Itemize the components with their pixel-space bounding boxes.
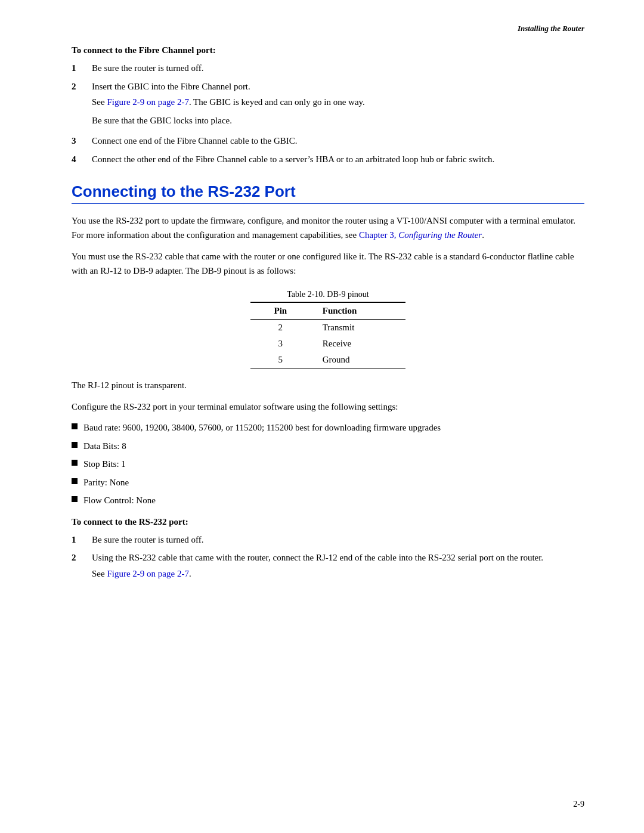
table-header-row: Pin Function xyxy=(250,302,405,320)
rs232-paragraph2: You must use the RS-232 cable that came … xyxy=(72,249,584,278)
bullet-icon xyxy=(72,460,78,466)
step-number: 2 xyxy=(72,551,89,565)
bullet-item-baud: Baud rate: 9600, 19200, 38400, 57600, or… xyxy=(72,421,584,435)
pin-number: 5 xyxy=(250,352,311,368)
step-text: Be sure the router is turned off. xyxy=(92,533,584,547)
step-number: 3 xyxy=(72,134,89,148)
step-text: Connect one end of the Fibre Channel cab… xyxy=(92,134,584,148)
fibre-step-1: 1 Be sure the router is turned off. xyxy=(72,61,584,75)
col-header-function: Function xyxy=(311,302,405,320)
pin-function: Ground xyxy=(311,352,405,368)
gbic-lock-text: Be sure that the GBIC locks into place. xyxy=(92,116,232,125)
step-text: Be sure the router is turned off. xyxy=(92,61,584,75)
text-before-link: See xyxy=(92,97,107,107)
step-number: 4 xyxy=(72,153,89,166)
rs232-section: Connecting to the RS-232 Port You use th… xyxy=(72,182,584,583)
bullet-text: Flow Control: None xyxy=(83,494,584,507)
fibre-step-2: 2 Insert the GBIC into the Fibre Channel… xyxy=(72,80,584,130)
bullet-text: Stop Bits: 1 xyxy=(83,457,584,471)
fibre-step-4: 4 Connect the other end of the Fibre Cha… xyxy=(72,153,584,166)
fibre-step-3: 3 Connect one end of the Fibre Channel c… xyxy=(72,134,584,148)
bullet-text: Data Bits: 8 xyxy=(83,439,584,453)
fibre-section: To connect to the Fibre Channel port: 1 … xyxy=(72,45,584,166)
step-number: 1 xyxy=(72,61,89,75)
para1-before-link: You use the RS-232 port to update the fi… xyxy=(72,216,575,240)
text-after-link: . The GBIC is keyed and can only go in o… xyxy=(189,97,365,107)
step-number: 1 xyxy=(72,533,89,547)
table-caption: Table 2-10. DB-9 pinout xyxy=(72,290,584,299)
bullet-text: Baud rate: 9600, 19200, 38400, 57600, or… xyxy=(83,421,584,435)
db9-table: Pin Function 2 Transmit 3 Receive 5 xyxy=(250,302,405,368)
step-text: Insert the GBIC into the Fibre Channel p… xyxy=(92,80,250,94)
configure-intro: Configure the RS-232 port in your termin… xyxy=(72,400,584,414)
para1-link-text: Chapter 3, xyxy=(359,230,398,240)
para1-link-italic: Configuring the Router xyxy=(398,230,482,240)
step-text: Connect the other end of the Fibre Chann… xyxy=(92,153,584,166)
bullet-item-stopbits: Stop Bits: 1 xyxy=(72,457,584,471)
figure-link-2[interactable]: Figure 2-9 on page 2-7 xyxy=(107,569,188,578)
chapter-header: Installing the Router xyxy=(518,24,584,33)
bullet-item-parity: Parity: None xyxy=(72,476,584,490)
step-indent-see: See Figure 2-9 on page 2-7. xyxy=(92,567,191,581)
table-row: 5 Ground xyxy=(250,352,405,368)
fibre-steps-list: 1 Be sure the router is turned off. 2 In… xyxy=(72,61,584,166)
rj12-note: The RJ-12 pinout is transparent. xyxy=(72,378,584,392)
step-text: Using the RS-232 cable that came with th… xyxy=(92,551,543,565)
pin-function: Transmit xyxy=(311,320,405,336)
settings-bullet-list: Baud rate: 9600, 19200, 38400, 57600, or… xyxy=(72,421,584,507)
see-text: See xyxy=(92,569,107,578)
fibre-heading: To connect to the Fibre Channel port: xyxy=(72,45,584,55)
period: . xyxy=(189,569,191,578)
page-container: Installing the Router To connect to the … xyxy=(0,0,644,833)
figure-link-1[interactable]: Figure 2-9 on page 2-7 xyxy=(107,97,188,107)
chapter3-link[interactable]: Chapter 3, Configuring the Router xyxy=(359,230,482,240)
table-row: 2 Transmit xyxy=(250,320,405,336)
connect-rs232-heading: To connect to the RS-232 port: xyxy=(72,517,584,527)
bullet-text: Parity: None xyxy=(83,476,584,490)
page-number: 2-9 xyxy=(573,800,584,809)
para1-after-link: . xyxy=(482,230,484,240)
rs232-section-title: Connecting to the RS-232 Port xyxy=(72,182,584,204)
connect-step-2: 2 Using the RS-232 cable that came with … xyxy=(72,551,584,583)
bullet-icon xyxy=(72,423,78,429)
col-header-pin: Pin xyxy=(250,302,311,320)
table-row: 3 Receive xyxy=(250,336,405,352)
bullet-item-databits: Data Bits: 8 xyxy=(72,439,584,453)
bullet-icon xyxy=(72,478,78,484)
db9-table-wrapper: Pin Function 2 Transmit 3 Receive 5 xyxy=(72,302,584,368)
bullet-icon xyxy=(72,496,78,502)
pin-function: Receive xyxy=(311,336,405,352)
bullet-item-flowcontrol: Flow Control: None xyxy=(72,494,584,507)
pin-number: 2 xyxy=(250,320,311,336)
bullet-icon xyxy=(72,442,78,448)
step-indent-1: See Figure 2-9 on page 2-7. The GBIC is … xyxy=(92,95,365,109)
step-number: 2 xyxy=(72,80,89,94)
connect-step-1: 1 Be sure the router is turned off. xyxy=(72,533,584,547)
pin-number: 3 xyxy=(250,336,311,352)
step-indent-2: Be sure that the GBIC locks into place. xyxy=(92,114,232,128)
connect-steps-list: 1 Be sure the router is turned off. 2 Us… xyxy=(72,533,584,583)
chapter-title: Installing the Router xyxy=(518,24,584,33)
rs232-paragraph1: You use the RS-232 port to update the fi… xyxy=(72,213,584,242)
